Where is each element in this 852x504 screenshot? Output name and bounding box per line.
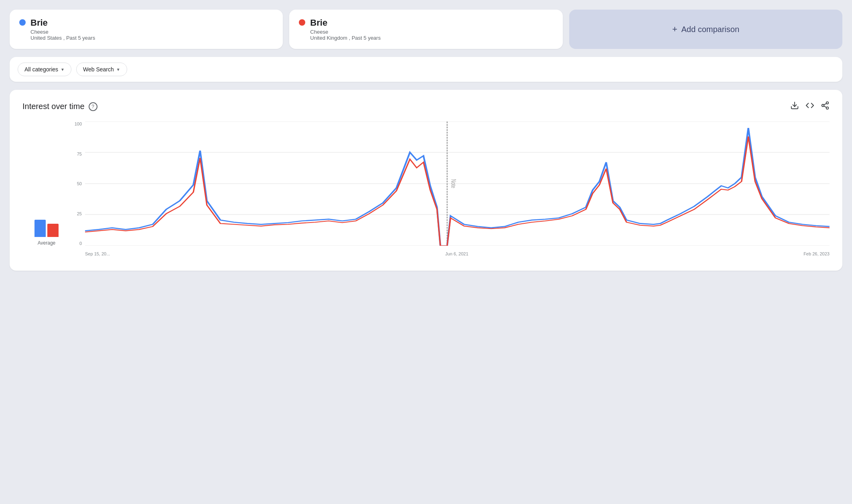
card-subtitle-us: Cheese bbox=[30, 29, 95, 35]
chart-legend-area: Average bbox=[22, 121, 71, 258]
categories-filter-label: All categories bbox=[24, 66, 58, 73]
filter-section: All categories ▼ Web Search ▼ bbox=[10, 57, 842, 82]
y-label-50: 50 bbox=[71, 181, 85, 186]
dot-red bbox=[299, 19, 305, 26]
chart-svg: Note bbox=[85, 121, 830, 246]
top-section: Brie Cheese United States , Past 5 years… bbox=[10, 10, 842, 49]
svg-line-4 bbox=[824, 106, 826, 107]
categories-chevron-icon: ▼ bbox=[61, 67, 65, 72]
plus-icon: + bbox=[672, 24, 678, 34]
download-icon[interactable] bbox=[790, 101, 799, 112]
x-label-start: Sep 15, 20... bbox=[85, 251, 110, 256]
y-label-100: 100 bbox=[71, 121, 85, 126]
svg-line-5 bbox=[824, 103, 826, 105]
chart-actions bbox=[790, 101, 830, 112]
card-location-us: United States , Past 5 years bbox=[30, 35, 95, 41]
search-type-chevron-icon: ▼ bbox=[116, 67, 120, 72]
y-label-25: 25 bbox=[71, 211, 85, 216]
search-type-filter-button[interactable]: Web Search ▼ bbox=[76, 63, 127, 76]
chart-header: Interest over time ? bbox=[22, 101, 830, 112]
y-label-75: 75 bbox=[71, 152, 85, 156]
x-axis-labels: Sep 15, 20... Jun 6, 2021 Feb 26, 2023 bbox=[85, 250, 830, 258]
search-card-us[interactable]: Brie Cheese United States , Past 5 years bbox=[10, 10, 283, 49]
legend-bar-red bbox=[47, 224, 59, 237]
card-text-uk: Brie Cheese United Kingdom , Past 5 year… bbox=[310, 18, 381, 41]
x-label-end: Feb 26, 2023 bbox=[803, 251, 830, 256]
card-subtitle-uk: Cheese bbox=[310, 29, 381, 35]
chart-plot: 0 25 50 75 100 Note bbox=[71, 121, 830, 258]
chart-title-group: Interest over time ? bbox=[22, 102, 97, 111]
y-axis-labels: 0 25 50 75 100 bbox=[71, 121, 85, 246]
card-location-uk: United Kingdom , Past 5 years bbox=[310, 35, 381, 41]
add-comparison-button[interactable]: + Add comparison bbox=[569, 10, 842, 49]
card-text-us: Brie Cheese United States , Past 5 years bbox=[30, 18, 95, 41]
share-icon[interactable] bbox=[821, 101, 830, 112]
help-icon[interactable]: ? bbox=[89, 102, 97, 111]
search-card-uk[interactable]: Brie Cheese United Kingdom , Past 5 year… bbox=[289, 10, 562, 49]
card-title-us: Brie bbox=[30, 18, 95, 28]
search-type-filter-label: Web Search bbox=[83, 66, 114, 73]
embed-icon[interactable] bbox=[805, 101, 814, 112]
categories-filter-button[interactable]: All categories ▼ bbox=[18, 63, 71, 76]
chart-section: Interest over time ? bbox=[10, 90, 842, 271]
chart-title: Interest over time bbox=[22, 102, 85, 111]
x-label-mid: Jun 6, 2021 bbox=[445, 251, 469, 256]
legend-bars bbox=[34, 213, 59, 237]
chart-area: Average 0 25 50 75 100 bbox=[22, 121, 830, 258]
legend-label: Average bbox=[38, 240, 55, 246]
y-label-0: 0 bbox=[71, 241, 85, 246]
legend-bar-blue bbox=[34, 220, 46, 237]
dot-blue bbox=[19, 19, 26, 26]
svg-text:Note: Note bbox=[450, 179, 457, 188]
add-comparison-label: Add comparison bbox=[681, 25, 739, 34]
card-title-uk: Brie bbox=[310, 18, 381, 28]
